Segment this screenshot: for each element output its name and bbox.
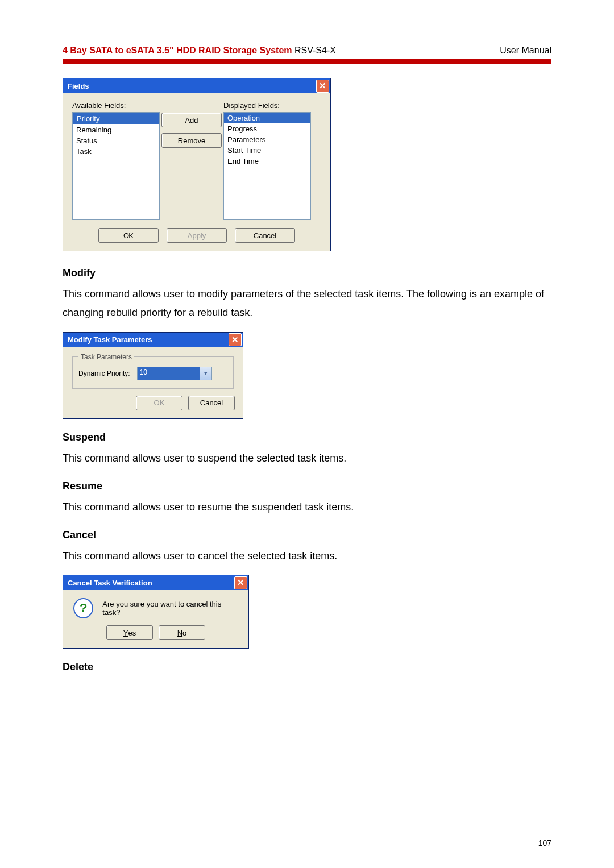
task-parameters-legend: Task Parameters (78, 353, 134, 361)
suspend-text: This command allows user to suspend the … (63, 449, 551, 468)
list-item[interactable]: Progress (224, 123, 310, 134)
list-item[interactable]: End Time (224, 156, 310, 167)
add-button[interactable]: Add (161, 113, 222, 127)
cancel-dialog-title: Cancel Task Verification (68, 579, 152, 587)
cancel-button[interactable]: Cancel (235, 228, 295, 243)
list-item[interactable]: Task (73, 146, 159, 157)
dynamic-priority-label: Dynamic Priority: (78, 369, 130, 377)
modify-dialog-title: Modify Task Parameters (68, 335, 152, 344)
dynamic-priority-value: 10 (138, 367, 200, 380)
fields-dialog: Fields ✕ Available Fields: Priority Rema… (63, 78, 331, 251)
close-icon[interactable]: ✕ (316, 80, 329, 93)
no-button[interactable]: No (159, 625, 205, 640)
cancel-button[interactable]: Cancel (188, 396, 235, 410)
list-item[interactable]: Status (73, 135, 159, 146)
header-divider (63, 59, 551, 64)
ok-button[interactable]: OK (98, 228, 159, 243)
displayed-fields-label: Displayed Fields: (223, 101, 311, 110)
fields-dialog-titlebar[interactable]: Fields ✕ (63, 78, 330, 93)
cancel-dialog-titlebar[interactable]: Cancel Task Verification ✕ (63, 575, 248, 590)
header-right: User Manual (500, 45, 551, 56)
question-icon: ? (73, 598, 93, 618)
cancel-dialog-message: Are you sure you want to cancel this tas… (102, 600, 238, 617)
list-item[interactable]: Start Time (224, 145, 310, 156)
resume-text: This command allows user to resume the s… (63, 498, 551, 517)
cancel-heading: Cancel (63, 529, 551, 541)
ok-button[interactable]: OK (136, 396, 182, 410)
modify-text: This command allows user to modify param… (63, 285, 551, 323)
close-icon[interactable]: ✕ (234, 576, 247, 589)
task-parameters-group: Task Parameters Dynamic Priority: 10 ▾ (72, 353, 234, 389)
remove-button[interactable]: Remove (161, 133, 222, 148)
suspend-heading: Suspend (63, 431, 551, 443)
apply-button[interactable]: Apply (167, 228, 227, 243)
list-item[interactable]: Parameters (224, 134, 310, 145)
modify-dialog: Modify Task Parameters ✕ Task Parameters… (63, 332, 243, 419)
page-number: 107 (538, 838, 551, 848)
modify-heading: Modify (63, 267, 551, 279)
header-model: RSV-S4-X (294, 45, 336, 55)
resume-heading: Resume (63, 480, 551, 492)
available-fields-label: Available Fields: (72, 101, 160, 110)
available-fields-list[interactable]: Priority Remaining Status Task (72, 112, 160, 220)
list-item[interactable]: Operation (224, 113, 310, 123)
page-header: 4 Bay SATA to eSATA 3.5" HDD RAID Storag… (63, 45, 551, 56)
header-title-bold: 4 Bay SATA to eSATA 3.5" HDD RAID Storag… (63, 45, 294, 55)
dynamic-priority-select[interactable]: 10 ▾ (137, 367, 212, 380)
list-item[interactable]: Remaining (73, 124, 159, 135)
close-icon[interactable]: ✕ (229, 333, 242, 346)
cancel-text: This command allows user to cancel the s… (63, 547, 551, 566)
yes-button[interactable]: Yes (106, 625, 153, 640)
displayed-fields-list[interactable]: Operation Progress Parameters Start Time… (223, 112, 311, 220)
fields-dialog-title: Fields (68, 82, 89, 90)
cancel-verification-dialog: Cancel Task Verification ✕ ? Are you sur… (63, 575, 249, 649)
chevron-down-icon[interactable]: ▾ (200, 367, 211, 380)
list-item[interactable]: Priority (73, 113, 159, 124)
header-title: 4 Bay SATA to eSATA 3.5" HDD RAID Storag… (63, 45, 336, 56)
delete-heading: Delete (63, 661, 551, 673)
modify-dialog-titlebar[interactable]: Modify Task Parameters ✕ (63, 333, 243, 347)
